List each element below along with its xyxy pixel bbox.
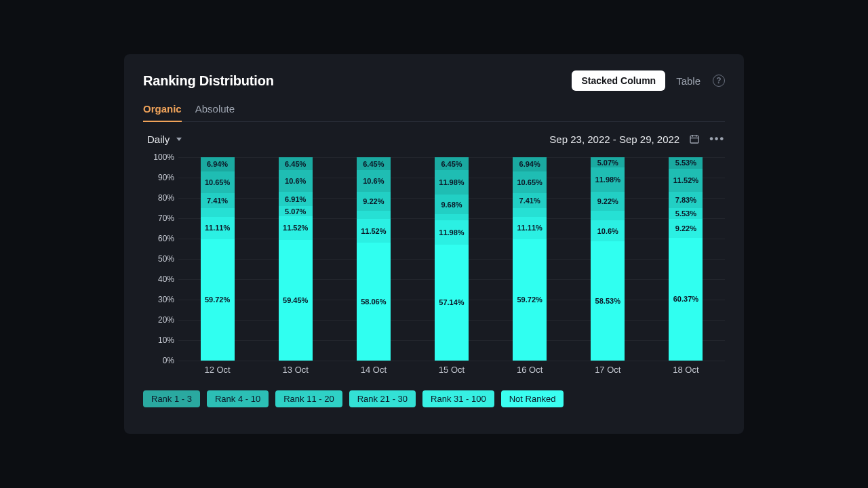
bar-segment: 59.45%	[279, 240, 313, 361]
y-tick-label: 10%	[144, 336, 174, 345]
bar-segment: 11.98%	[435, 170, 469, 195]
bar-segment-label: 59.72%	[517, 296, 542, 304]
bar-segment-label: 5.07%	[597, 159, 618, 167]
stacked-bar[interactable]: 58.53%10.6%9.22%11.98%5.07%	[591, 157, 625, 361]
legend-item[interactable]: Rank 21 - 30	[349, 390, 416, 407]
y-tick-label: 90%	[144, 173, 174, 182]
x-tick-label: 16 Oct	[491, 365, 569, 381]
bar-segment-label: 5.53%	[675, 209, 696, 218]
bar-segment: 7.41%	[513, 193, 547, 208]
bar-segment-label: 6.91%	[285, 195, 306, 203]
bar-slot: 59.72%11.11%7.41%10.65%6.94%	[491, 157, 569, 361]
bar-segment-label: 60.37%	[673, 295, 698, 303]
bar-segment: 10.65%	[201, 171, 235, 193]
bar-segment: 5.07%	[279, 206, 313, 216]
bar-segment-label: 6.45%	[285, 160, 306, 168]
y-tick-label: 70%	[144, 214, 174, 223]
bar-segment-label: 5.53%	[675, 159, 696, 167]
x-tick-label: 17 Oct	[569, 365, 647, 381]
bar-segment-label: 11.98%	[439, 178, 464, 186]
bar-segment-label: 9.22%	[597, 197, 618, 205]
legend-item[interactable]: Rank 1 - 3	[143, 390, 200, 407]
right-controls: Sep 23, 2022 - Sep 29, 2022 •••	[549, 133, 725, 145]
bar-segment-label: 11.52%	[283, 224, 308, 232]
more-icon[interactable]: •••	[709, 133, 725, 145]
tab-organic[interactable]: Organic	[143, 100, 182, 121]
legend-item[interactable]: Not Ranked	[501, 390, 564, 407]
y-tick-label: 80%	[144, 193, 174, 203]
bar-segment-label: 58.06%	[361, 298, 386, 306]
bar-segment: 6.45%	[357, 157, 391, 170]
bar-segment-label: 10.65%	[205, 178, 230, 186]
stacked-bar[interactable]: 57.14%11.98%9.68%11.98%6.45%	[435, 157, 469, 361]
stacked-bar[interactable]: 58.06%11.52%9.22%10.6%6.45%	[357, 157, 391, 361]
chart-controls: Daily Sep 23, 2022 - Sep 29, 2022 •••	[143, 133, 725, 145]
bar-segment: 7.83%	[669, 192, 703, 207]
bar-segment-label: 6.94%	[519, 160, 540, 168]
x-tick-label: 18 Oct	[647, 365, 725, 381]
bar-segment-label: 10.6%	[363, 177, 384, 185]
stacked-bar[interactable]: 59.72%11.11%7.41%10.65%6.94%	[201, 157, 235, 361]
bar-segment-label: 11.11%	[205, 224, 230, 232]
bar-slot: 58.53%10.6%9.22%11.98%5.07%	[569, 157, 647, 361]
stacked-bar-chart: 59.72%11.11%7.41%10.65%6.94%59.45%11.52%…	[144, 157, 725, 381]
bar-segment-label: 6.45%	[441, 160, 462, 168]
tab-absolute[interactable]: Absolute	[195, 100, 235, 121]
bar-slot: 60.37%9.22%5.53%7.83%11.52%5.53%	[647, 157, 725, 361]
legend-item[interactable]: Rank 31 - 100	[422, 390, 494, 407]
ranking-distribution-card: Ranking Distribution Stacked Column Tabl…	[124, 54, 744, 434]
bar-segment: 11.98%	[435, 220, 469, 245]
bar-segment: 57.14%	[435, 245, 469, 361]
bar-segment: 6.94%	[513, 157, 547, 171]
bar-segment: 6.45%	[279, 157, 313, 170]
bar-segment: 9.22%	[669, 219, 703, 238]
bar-segment-label: 6.94%	[207, 160, 228, 168]
y-tick-label: 40%	[144, 274, 174, 284]
stacked-column-button[interactable]: Stacked Column	[572, 70, 665, 91]
bar-segment-label: 10.6%	[597, 227, 618, 235]
bar-segment: 5.07%	[591, 157, 625, 167]
bar-segment: 10.6%	[357, 170, 391, 192]
bar-segment: 10.6%	[279, 170, 313, 192]
bar-segment: 9.22%	[591, 192, 625, 211]
table-view-button[interactable]: Table	[676, 75, 701, 87]
y-tick-label: 50%	[144, 254, 174, 264]
bar-slot: 59.45%11.52%5.07%6.91%10.6%6.45%	[256, 157, 334, 361]
header-controls: Stacked Column Table ?	[572, 70, 725, 91]
stacked-bar[interactable]: 59.72%11.11%7.41%10.65%6.94%	[513, 157, 547, 361]
bar-segment: 6.91%	[279, 192, 313, 206]
calendar-icon[interactable]	[689, 134, 700, 144]
x-tick-label: 13 Oct	[256, 365, 334, 381]
bar-segment: 6.94%	[201, 157, 235, 171]
stacked-bar[interactable]: 59.45%11.52%5.07%6.91%10.6%6.45%	[279, 157, 313, 361]
bar-segment: 58.53%	[591, 241, 625, 361]
legend-item[interactable]: Rank 4 - 10	[207, 390, 269, 407]
bar-segment: 11.11%	[513, 217, 547, 239]
gridline	[178, 361, 725, 361]
help-icon[interactable]: ?	[713, 75, 725, 87]
granularity-label: Daily	[147, 134, 170, 145]
bar-segment: 11.52%	[279, 216, 313, 240]
granularity-dropdown[interactable]: Daily	[143, 134, 182, 145]
stacked-bar[interactable]: 60.37%9.22%5.53%7.83%11.52%5.53%	[669, 157, 703, 361]
bar-segment-label: 7.41%	[519, 197, 540, 205]
bar-segment: 9.68%	[435, 195, 469, 214]
x-axis-labels: 12 Oct13 Oct14 Oct15 Oct16 Oct17 Oct18 O…	[178, 365, 725, 381]
bar-segment: 11.52%	[669, 169, 703, 192]
bar-segment	[513, 208, 547, 217]
view-toggle: Stacked Column Table	[572, 70, 701, 91]
bar-segment-label: 59.72%	[205, 296, 230, 304]
bar-segment: 11.11%	[201, 217, 235, 239]
legend-item[interactable]: Rank 11 - 20	[275, 390, 342, 407]
bar-segment: 60.37%	[669, 238, 703, 361]
legend: Rank 1 - 3Rank 4 - 10Rank 11 - 20Rank 21…	[143, 390, 725, 407]
date-range-label: Sep 23, 2022 - Sep 29, 2022	[549, 134, 679, 145]
bar-segment-label: 58.53%	[595, 297, 620, 305]
page-title: Ranking Distribution	[143, 73, 274, 89]
bar-segment	[435, 214, 469, 220]
bar-slot: 58.06%11.52%9.22%10.6%6.45%	[334, 157, 412, 361]
bar-segment-label: 59.45%	[283, 296, 308, 304]
bar-segment: 6.45%	[435, 157, 469, 170]
bar-segment-label: 10.6%	[285, 177, 306, 185]
bar-segment: 59.72%	[513, 239, 547, 361]
